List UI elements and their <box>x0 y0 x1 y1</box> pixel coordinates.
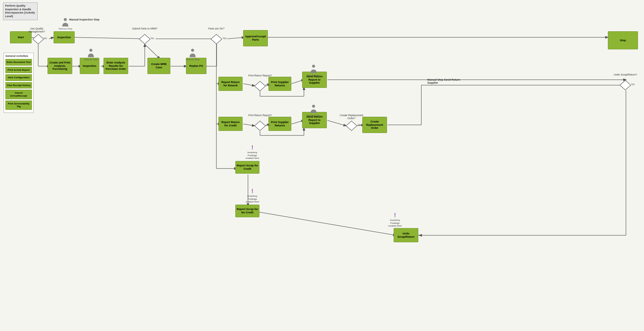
svg-point-55 <box>191 49 194 52</box>
approve-accept-node[interactable]: Approve/Accept Parts <box>243 30 268 46</box>
print-supplier-returns2-node[interactable]: Print Supplier Returns <box>268 117 291 131</box>
create-replacement-diamond: Create Replacement Order? Yes <box>345 120 358 132</box>
title-text: Perform Quality Inspection & Handle Disc… <box>5 4 35 18</box>
svg-marker-49 <box>255 81 265 91</box>
title-box: Perform Quality Inspection & Handle Disc… <box>3 2 38 20</box>
svg-line-42 <box>259 212 396 235</box>
create-print-node[interactable]: Create and Print Analysis, Purchasing <box>48 58 72 74</box>
enter-analysis-node[interactable]: Enter Analysis Results for Purchase Orde… <box>104 58 128 74</box>
general-activities-title: General Activities <box>5 54 32 57</box>
activity-cancel-arrival[interactable]: Cancel Arrival/Receipt <box>5 90 32 99</box>
manual-step-send-return-label: Manual Step Send Return Supplier <box>427 78 466 84</box>
manual-step3-icon: Manual Step <box>186 49 200 61</box>
svg-line-19 <box>243 84 255 86</box>
svg-line-2 <box>75 37 145 39</box>
svg-marker-51 <box>255 121 265 131</box>
report-scrap-credit-node[interactable]: Report Scrap for Credit <box>235 161 259 174</box>
stop-node[interactable]: Stop <box>608 31 638 49</box>
svg-line-34 <box>327 120 346 126</box>
inventory-posting2: ! InventoryPostingscreated here <box>246 188 259 203</box>
create-mrb-node[interactable]: Create MRB Case <box>147 58 170 74</box>
activity-enter-document[interactable]: Enter Document Text <box>5 59 32 66</box>
svg-marker-52 <box>346 121 357 131</box>
use-quality-diamond: Use Quality Management? No <box>32 34 44 45</box>
inventory-posting3: ! InventoryPostingscreated here <box>388 212 402 227</box>
manual-step4-icon: Manual Step <box>307 65 320 77</box>
diagram-container: Perform Quality Inspection & Handle Disc… <box>0 0 644 331</box>
general-activities-panel: General Activities Enter Document Text P… <box>4 53 34 113</box>
submit-mrb-diamond: Submit Parts to MRB? No <box>139 34 151 45</box>
print-return2-diamond: Print Return Report? Yes <box>254 120 266 132</box>
report-return-credit-node[interactable]: Report Return for Credit <box>218 117 243 131</box>
activity-view-config[interactable]: View Configuration <box>5 74 32 81</box>
svg-line-1 <box>49 37 54 39</box>
activity-print-arrival[interactable]: Print Arrival Report <box>5 67 32 73</box>
svg-point-53 <box>64 18 67 21</box>
undo-scrap-diamond: Undo Scrap/Return? No <box>619 80 631 91</box>
parts-ok-diamond: Parts are OK? Yes <box>210 34 222 45</box>
svg-line-28 <box>243 124 255 126</box>
svg-marker-46 <box>33 34 44 44</box>
manual-step2-icon: Manual Step <box>84 49 98 61</box>
undo-scrap-return-node[interactable]: Undo Scrap/Return <box>394 228 418 242</box>
activity-print-serviceability[interactable]: Print Serviceability Tag <box>5 101 32 110</box>
svg-line-3 <box>145 44 160 59</box>
report-return-rework-node[interactable]: Report Return for Rework <box>218 77 243 91</box>
manual-inspection-label: Manual Inspection Step <box>69 18 108 21</box>
manual-step5-icon: Manual Step <box>307 105 320 117</box>
print-return1-diamond: Print Return Report? Yes <box>254 81 266 92</box>
svg-marker-48 <box>211 34 222 44</box>
svg-marker-47 <box>139 34 150 44</box>
report-scrap-no-credit-node[interactable]: Report Scrap for No Credit <box>235 205 259 217</box>
svg-line-5 <box>227 37 244 39</box>
activity-view-receipt[interactable]: View Receipt History <box>5 82 32 89</box>
print-supplier-returns1-node[interactable]: Print Supplier Returns <box>268 77 291 91</box>
svg-point-57 <box>312 105 315 108</box>
svg-marker-50 <box>620 80 631 90</box>
create-replacement-order-node[interactable]: Create Replacement Order <box>362 117 387 133</box>
svg-point-56 <box>312 65 315 68</box>
inventory-posting1: ! InventoryPostingscreated here <box>246 144 259 160</box>
svg-point-54 <box>89 49 92 52</box>
inspection1-node[interactable]: Inspection <box>54 31 75 43</box>
